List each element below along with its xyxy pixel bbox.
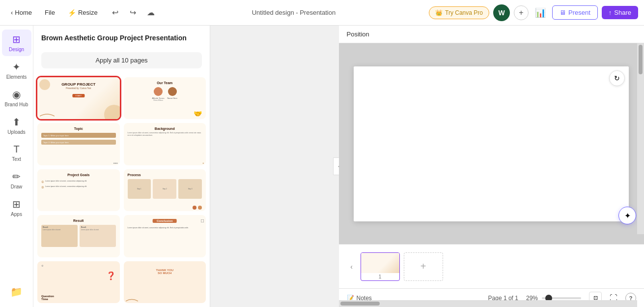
canvas-area: Position ↻ ✦ ‹ — [339, 26, 644, 307]
avatar-initial: W — [498, 9, 504, 17]
add-collaborator-button[interactable]: + — [514, 5, 529, 20]
redo-button[interactable]: ↪ — [125, 5, 141, 21]
sidebar-item-elements[interactable]: ✦ Elements — [2, 57, 31, 84]
template-slides-grid: GROUP PROJECT Presented by: Canva Text S… — [33, 73, 210, 307]
doc-title: Untitled design - Presentation — [252, 9, 336, 16]
sidebar-item-text[interactable]: T Text — [2, 140, 31, 166]
template-slide-2[interactable]: Our Team Alfredo Torres Olivia Wilson Na… — [124, 77, 206, 119]
chevron-left-icon: ‹ — [11, 9, 13, 16]
magic-button[interactable]: ✦ — [618, 207, 636, 224]
sidebar-label-uploads: Uploads — [7, 129, 26, 135]
topbar-right: 👑 Try Canva Pro W + 📊 🖥 Present ↑ Share — [429, 4, 638, 21]
vertical-scroll-thumb[interactable] — [639, 45, 643, 74]
filmstrip: ‹ 1 + — [339, 244, 644, 288]
template-slide-9[interactable]: ⚙ Question Time ❓ — [37, 261, 120, 303]
panel-header: Brown Aesthetic Group Project Presentati… — [33, 26, 210, 47]
sidebar-item-apps[interactable]: ⊞ Apps — [2, 194, 31, 221]
undo-redo-group: ↩ ↪ ☁ — [108, 5, 159, 21]
template-panel: Brown Aesthetic Group Project Presentati… — [33, 26, 210, 307]
canvas-vertical-scrollbar[interactable] — [637, 43, 644, 234]
template-slide-5[interactable]: Project Goals ① Lorem ipsum dolor sit am… — [37, 169, 120, 211]
user-avatar[interactable]: W — [493, 4, 510, 21]
filmstrip-scroll-left[interactable]: ‹ — [347, 263, 357, 271]
topbar-left: ‹ Home File ⚡ Resize ↩ ↪ ☁ — [6, 5, 159, 21]
panel-collapse-button[interactable]: ‹ — [333, 157, 339, 175]
text-icon: T — [13, 144, 19, 155]
canvas-scroll-area: ↻ ✦ — [339, 43, 644, 244]
draw-icon: ✏ — [12, 171, 21, 183]
folder-icon: 📁 — [10, 286, 23, 298]
filmstrip-slide-1[interactable]: 1 — [361, 252, 400, 281]
canva-pro-label: Try Canva Pro — [445, 9, 483, 16]
sidebar-item-draw[interactable]: ✏ Draw — [2, 167, 31, 193]
template-slide-6[interactable]: Process Step 1 Step 2 Step 3 — [124, 169, 206, 211]
sidebar-label-text: Text — [12, 156, 21, 162]
share-icon: ↑ — [609, 9, 612, 16]
template-slide-1[interactable]: GROUP PROJECT Presented by: Canva Text S… — [37, 77, 120, 119]
sidebar-label-apps: Apps — [11, 212, 22, 217]
sidebar-label-brand-hub: Brand Hub — [5, 102, 28, 107]
sidebar-item-uploads[interactable]: ⬆ Uploads — [2, 112, 31, 139]
crown-icon: 👑 — [435, 9, 443, 16]
share-label: Share — [614, 9, 631, 16]
present-button[interactable]: 🖥 Present — [552, 5, 598, 20]
resize-button[interactable]: ⚡ Resize — [63, 6, 103, 19]
monitor-icon: 🖥 — [560, 9, 566, 16]
add-slide-button[interactable]: + — [404, 252, 443, 281]
main-canvas: ↻ — [354, 66, 629, 221]
present-label: Present — [568, 9, 590, 16]
elements-icon: ✦ — [12, 61, 21, 73]
design-icon: ⊞ — [12, 33, 21, 45]
analytics-button[interactable]: 📊 — [532, 5, 548, 21]
apply-all-pages-button[interactable]: Apply all 10 pages — [41, 52, 202, 68]
canvas-toolbar: Position — [339, 26, 644, 43]
resize-label: Resize — [78, 9, 98, 16]
template-slide-7[interactable]: Result Result Lorem ipsum dolor sit amet… — [37, 215, 120, 257]
uploads-icon: ⬆ — [12, 116, 21, 128]
filmstrip-slide-1-preview — [361, 253, 399, 273]
sidebar-item-folder[interactable]: 📁 — [2, 282, 31, 303]
sidebar-icons: ⊞ Design ✦ Elements ◉ Brand Hub ⬆ Upload… — [0, 26, 33, 307]
topbar: ‹ Home File ⚡ Resize ↩ ↪ ☁ Untitled desi… — [0, 0, 644, 26]
undo-button[interactable]: ↩ — [108, 5, 123, 21]
filmstrip-slide-1-num: 1 — [379, 273, 382, 280]
sidebar-label-elements: Elements — [6, 74, 27, 80]
sidebar-item-design[interactable]: ⊞ Design — [2, 30, 31, 56]
template-slide-8[interactable]: Conclusion Lorem ipsum dolor sit amet, c… — [124, 215, 206, 257]
canvas-horizontal-scrollbar[interactable] — [339, 300, 638, 307]
panel-title: Brown Aesthetic Group Project Presentati… — [41, 33, 202, 43]
brand-hub-icon: ◉ — [12, 89, 21, 100]
sidebar-label-design: Design — [9, 47, 24, 52]
home-button[interactable]: ‹ Home — [6, 6, 37, 19]
horizontal-scroll-thumb[interactable] — [340, 302, 380, 306]
main-area: ⊞ Design ✦ Elements ◉ Brand Hub ⬆ Upload… — [0, 26, 644, 307]
plus-icon: + — [420, 261, 426, 272]
home-label: Home — [15, 9, 32, 16]
topbar-center: Untitled design - Presentation — [163, 9, 425, 16]
template-slide-3[interactable]: Topic Topic 1: Write your topic here Top… — [37, 123, 120, 165]
template-slide-10[interactable]: THANK YOU SO MUCH — [124, 261, 206, 303]
file-button[interactable]: File — [40, 6, 60, 19]
share-button[interactable]: ↑ Share — [602, 6, 638, 19]
sidebar-label-draw: Draw — [11, 184, 22, 189]
canva-pro-button[interactable]: 👑 Try Canva Pro — [429, 6, 489, 19]
sidebar-item-brand-hub[interactable]: ◉ Brand Hub — [2, 85, 31, 111]
file-label: File — [45, 9, 55, 16]
zoom-slider[interactable] — [542, 297, 581, 299]
apps-icon: ⊞ — [12, 198, 21, 210]
refresh-button[interactable]: ↻ — [609, 70, 625, 86]
save-status-button[interactable]: ☁ — [143, 5, 159, 21]
template-slide-4[interactable]: Background Lorem ipsum dolor sit amet, c… — [124, 123, 206, 165]
template-panel-area: Brown Aesthetic Group Project Presentati… — [33, 26, 339, 307]
position-label: Position — [347, 31, 369, 38]
resize-icon: ⚡ — [68, 9, 76, 17]
